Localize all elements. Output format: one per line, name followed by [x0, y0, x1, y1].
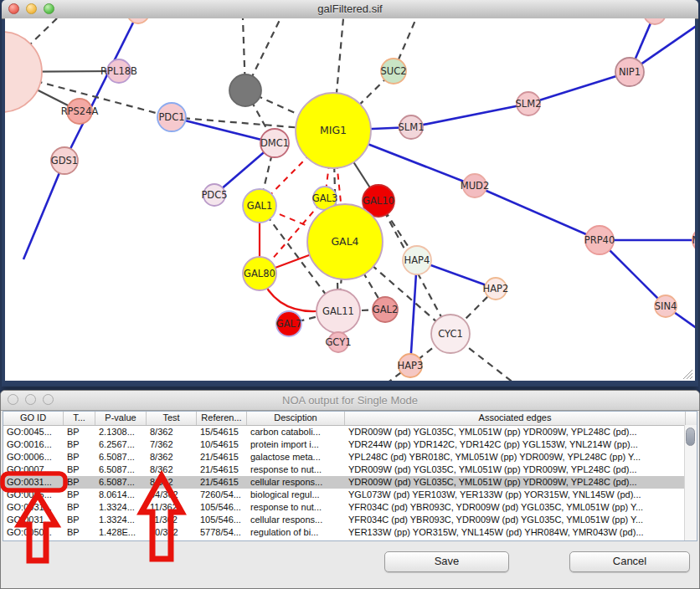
node-label-GAL2: GAL2: [373, 304, 399, 315]
table-cell: regulation of bi...: [247, 526, 345, 539]
table-cell: protein import i...: [247, 438, 345, 451]
button-row: Save Cancel: [1, 551, 699, 573]
table-cell: 8/362: [147, 464, 197, 476]
column-header-go-id[interactable]: GO ID: [3, 412, 64, 425]
node-label-GAL10: GAL10: [363, 195, 394, 207]
edge-blue: [23, 161, 64, 259]
table-cell: BP: [64, 464, 95, 476]
noa-window-title: NOA output for Single Mode: [1, 394, 699, 407]
table-cell: 8/362: [147, 426, 197, 438]
table-cell: 6.5087...: [95, 451, 147, 464]
table-cell: 7/362: [147, 438, 197, 451]
network-window-title: galFiltered.sif: [2, 3, 698, 15]
table-cell: GO:0006...: [3, 451, 64, 464]
table-row[interactable]: GO:0007...BP6.5087...8/36221/54615respon…: [3, 464, 697, 476]
table-cell: galactose meta...: [247, 451, 345, 464]
node-label-MIG1: MIG1: [320, 124, 347, 136]
node-label-MUD2: MUD2: [461, 180, 490, 192]
node-label-MSL1: MSL1: [692, 234, 695, 246]
table-row[interactable]: GO:0006...BP6.5087...8/36221/54615galact…: [3, 451, 697, 464]
node-label-SUC2: SUC2: [380, 65, 406, 77]
column-header-referen[interactable]: Referen...: [197, 412, 247, 425]
table-cell: 2.1308...: [95, 426, 147, 438]
table-cell: 11/362: [147, 514, 197, 526]
table-cell: 1.3324...: [95, 501, 147, 514]
node-label-HAP2: HAP2: [483, 283, 509, 294]
table-cell: GO:0007...: [3, 464, 64, 476]
table-cell: YER133W (pp) YOR315W, YNL145W (pd) YHR08…: [345, 526, 686, 539]
table-cell: 80/362: [147, 526, 197, 539]
node-label-GAL4: GAL4: [331, 235, 358, 248]
node-label-PDC5: PDC5: [201, 189, 227, 201]
node-bignode[interactable]: [5, 32, 42, 112]
column-header-test[interactable]: Test: [147, 412, 197, 425]
table-cell: 6.2567...: [95, 438, 147, 451]
vertical-scrollbar[interactable]: [684, 425, 697, 540]
node-label-DMC1: DMC1: [260, 137, 289, 149]
table-cell: 11/362: [147, 501, 197, 514]
network-graph: RPL18BRPS24AGDS1PDC1MIG1DMC1SUC2SLM1SLM2…: [5, 18, 695, 381]
node-label-SLM1: SLM1: [399, 121, 425, 133]
node-label-GAL11: GAL11: [322, 305, 354, 317]
table-cell: BP: [64, 501, 95, 514]
table-cell: YPL248C (pd) YBR018C, YML051W (pp) YDR00…: [345, 451, 686, 464]
node-label-GAL80: GAL80: [244, 268, 275, 279]
node-label-PDC1: PDC1: [158, 111, 184, 123]
table-cell: BP: [64, 514, 95, 526]
table-cell: 8/362: [147, 476, 197, 489]
table-row[interactable]: GO:0045...BP2.1308...8/36215/54615carbon…: [3, 426, 697, 438]
node-topnode2[interactable]: [644, 18, 666, 24]
table-cell: GO:0016...: [3, 438, 64, 451]
node-topnode1[interactable]: [127, 18, 149, 23]
resize-grip-icon[interactable]: [682, 369, 693, 379]
column-header-desciption[interactable]: Desciption: [247, 412, 345, 425]
table-cell: 10/54615: [197, 438, 247, 451]
noa-output-window: NOA output for Single Mode GO IDT...P-va…: [0, 390, 700, 589]
table-cell: 8.0614...: [95, 489, 147, 501]
node-graynode[interactable]: [229, 74, 261, 106]
network-window-titlebar[interactable]: galFiltered.sif: [2, 0, 698, 19]
node-label-RPS24A: RPS24A: [61, 105, 99, 117]
table-cell: YFR034C (pd) YBR093C, YDR009W (pd) YGL03…: [345, 501, 686, 514]
table-cell: YDR009W (pd) YGL035C, YML051W (pp) YDR00…: [345, 464, 686, 476]
table-cell: 21/54615: [197, 451, 247, 464]
table-cell: BP: [64, 526, 95, 539]
table-row[interactable]: GO:0031...BP1.3324...11/362105/546...res…: [3, 501, 697, 514]
column-header-p-value[interactable]: P-value: [95, 412, 147, 425]
table-row[interactable]: GO:0031...BP1.3324...11/362105/546...cel…: [3, 514, 697, 526]
table-cell: YGL073W (pd) YER103W, YER133W (pp) YOR31…: [345, 489, 686, 501]
table-header-row: GO IDT...P-valueTestReferen...Desciption…: [3, 412, 697, 426]
table-cell: 1.3324...: [95, 514, 147, 526]
table-cell: GO:0031...: [3, 514, 64, 526]
node-label-GCY1: GCY1: [325, 336, 351, 348]
table-cell: 8/362: [147, 451, 197, 464]
table-row[interactable]: GO:0065...BP8.0614...94/3627260/54...bio…: [3, 489, 697, 501]
save-button[interactable]: Save: [384, 551, 509, 572]
table-cell: GO:0031...: [3, 476, 64, 489]
table-body: GO:0045...BP2.1308...8/36215/54615carbon…: [3, 426, 697, 539]
edge-blue: [410, 260, 417, 366]
table-cell: 21/54615: [197, 476, 247, 489]
table-cell: 15/54615: [197, 426, 247, 438]
table-cell: 105/546...: [197, 514, 247, 526]
table-row[interactable]: GO:0031...BP6.5087...8/36221/54615cellul…: [3, 476, 697, 489]
table-cell: 6.5087...: [95, 464, 147, 476]
table-cell: 94/362: [147, 489, 197, 501]
table-cell: BP: [64, 451, 95, 464]
noa-window-titlebar[interactable]: NOA output for Single Mode: [1, 391, 699, 411]
table-row[interactable]: GO:0016...BP6.2567...7/36210/54615protei…: [3, 438, 697, 451]
node-label-PRP40: PRP40: [584, 234, 615, 246]
table-cell: YDR244W (pp) YDR142C, YDR142C (pp) YGL15…: [345, 438, 686, 451]
table-row[interactable]: GO:0050...BP1.428E...80/3625778/54...reg…: [3, 526, 697, 539]
table-cell: response to nut...: [247, 501, 345, 514]
table-cell: YDR009W (pd) YGL035C, YML051W (pp) YDR00…: [345, 476, 686, 489]
column-header-t[interactable]: T...: [64, 412, 95, 425]
network-window: galFiltered.sif RPL18BRPS24AGDS1PDC1MIG1…: [2, 0, 698, 387]
cancel-button[interactable]: Cancel: [569, 551, 690, 572]
network-canvas[interactable]: RPL18BRPS24AGDS1PDC1MIG1DMC1SUC2SLM1SLM2…: [5, 18, 695, 381]
table-cell: BP: [64, 489, 95, 501]
node-label-GAL3: GAL3: [312, 192, 338, 204]
column-header-associated-edges[interactable]: Associated edges: [345, 412, 686, 425]
scrollbar-thumb[interactable]: [686, 428, 695, 446]
results-table: GO IDT...P-valueTestReferen...Desciption…: [3, 411, 697, 541]
